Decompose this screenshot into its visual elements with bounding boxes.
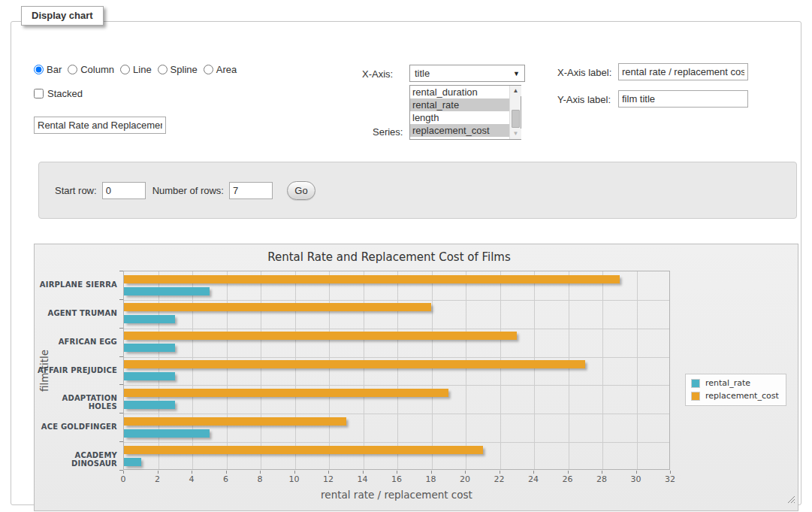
legend-swatch bbox=[691, 379, 700, 388]
gridline-horizontal bbox=[124, 300, 669, 301]
x-tick-mark bbox=[568, 471, 569, 474]
series-multiselect[interactable]: rental_durationrental_ratelengthreplacem… bbox=[409, 85, 521, 140]
bar-rental_rate bbox=[124, 372, 175, 380]
x-tick-label: 26 bbox=[555, 474, 581, 484]
list-option-length[interactable]: length bbox=[410, 111, 509, 124]
category-label: ADAPTATION HOLES bbox=[35, 394, 117, 411]
category-label: AFFAIR PREJUDICE bbox=[35, 366, 117, 374]
stacked-row: Stacked bbox=[34, 88, 83, 99]
x-tick-label: 6 bbox=[213, 474, 239, 484]
bar-rental_rate bbox=[124, 429, 210, 438]
radio-label: Column bbox=[80, 64, 114, 75]
x-tick-label: 8 bbox=[247, 474, 273, 484]
x-tick-mark bbox=[465, 471, 466, 474]
series-options: rental_durationrental_ratelengthreplacem… bbox=[410, 86, 509, 139]
x-tick-label: 14 bbox=[350, 474, 376, 484]
gridline-horizontal bbox=[124, 442, 669, 443]
x-axis-label-input[interactable] bbox=[618, 63, 748, 80]
chart-legend: rental_ratereplacement_cost bbox=[685, 374, 786, 406]
gridline-vertical bbox=[329, 271, 330, 469]
y-tick-mark bbox=[119, 271, 123, 271]
legend-item-rental_rate: rental_rate bbox=[691, 378, 779, 388]
x-tick-label: 32 bbox=[657, 474, 683, 484]
gridline-vertical bbox=[295, 271, 296, 469]
radio-label: Spline bbox=[171, 64, 198, 75]
y-tick-mark bbox=[119, 299, 123, 300]
x-tick-mark bbox=[226, 471, 227, 474]
bar-replacement_cost bbox=[124, 360, 585, 368]
x-tick-mark bbox=[602, 471, 602, 474]
fieldset-legend: Display chart bbox=[21, 6, 104, 26]
number-of-rows-label: Number of rows: bbox=[152, 185, 224, 196]
page: BarColumnLineSplineArea Stacked X-Axis: … bbox=[0, 0, 812, 512]
gridline-vertical bbox=[364, 271, 364, 469]
scrollbar-thumb[interactable] bbox=[512, 110, 520, 128]
go-button[interactable]: Go bbox=[287, 181, 315, 200]
bar-replacement_cost bbox=[124, 389, 448, 397]
scroll-down-icon[interactable]: ▼ bbox=[510, 129, 521, 139]
gridline-horizontal bbox=[124, 357, 669, 358]
x-tick-label: 4 bbox=[179, 474, 204, 484]
legend-label: rental_rate bbox=[705, 378, 750, 388]
gridline-vertical bbox=[637, 271, 638, 469]
radio-column[interactable] bbox=[68, 65, 77, 74]
gridline-vertical bbox=[227, 271, 228, 469]
x-tick-mark bbox=[192, 471, 192, 474]
bar-replacement_cost bbox=[124, 417, 346, 426]
y-axis-label-label: Y-Axis label: bbox=[557, 94, 611, 105]
gridline-vertical bbox=[397, 271, 398, 469]
x-tick-mark bbox=[158, 471, 158, 474]
radio-bar[interactable] bbox=[34, 65, 44, 74]
radio-option-column[interactable]: Column bbox=[68, 64, 114, 75]
x-axis-selected-value: title bbox=[415, 68, 513, 79]
gridline-vertical bbox=[602, 271, 603, 469]
radio-area[interactable] bbox=[204, 65, 213, 74]
legend-label: replacement_cost bbox=[705, 391, 779, 401]
y-tick-mark bbox=[119, 413, 123, 414]
y-tick-mark bbox=[119, 470, 123, 471]
chart-plot-area bbox=[123, 271, 670, 470]
y-axis-label-input[interactable] bbox=[618, 90, 748, 108]
radio-spline[interactable] bbox=[158, 65, 168, 74]
category-label: AGENT TRUMAN bbox=[35, 309, 117, 317]
chart-type-options: BarColumnLineSplineArea bbox=[34, 64, 241, 75]
bar-replacement_cost bbox=[124, 275, 620, 283]
scroll-up-icon[interactable]: ▲ bbox=[510, 86, 521, 96]
radio-option-line[interactable]: Line bbox=[120, 64, 152, 75]
chart-title-input[interactable] bbox=[34, 117, 166, 134]
stacked-label: Stacked bbox=[47, 88, 83, 99]
radio-line[interactable] bbox=[120, 65, 130, 74]
list-option-rental_rate[interactable]: rental_rate bbox=[410, 98, 509, 111]
gridline-vertical bbox=[500, 271, 501, 469]
bar-replacement_cost bbox=[124, 303, 431, 311]
bar-rental_rate bbox=[124, 315, 175, 323]
start-row-input[interactable] bbox=[102, 182, 146, 199]
x-tick-label: 0 bbox=[110, 474, 136, 484]
radio-option-area[interactable]: Area bbox=[204, 64, 237, 75]
x-axis-select[interactable]: title ▼ bbox=[409, 65, 525, 82]
x-tick-label: 20 bbox=[452, 474, 478, 484]
x-tick-mark bbox=[500, 471, 500, 474]
bar-rental_rate bbox=[124, 287, 210, 295]
stacked-checkbox[interactable] bbox=[34, 89, 44, 98]
x-tick-mark bbox=[363, 471, 364, 474]
bar-rental_rate bbox=[124, 458, 141, 466]
x-axis-label-label: X-Axis label: bbox=[557, 67, 611, 78]
category-label: AFRICAN EGG bbox=[35, 338, 117, 346]
resize-handle-icon[interactable] bbox=[786, 495, 795, 503]
x-tick-label: 12 bbox=[315, 474, 341, 484]
x-tick-mark bbox=[397, 471, 397, 474]
list-option-replacement_cost[interactable]: replacement_cost bbox=[410, 124, 509, 137]
list-option-rental_duration[interactable]: rental_duration bbox=[410, 86, 509, 98]
number-of-rows-input[interactable] bbox=[229, 182, 273, 199]
x-tick-label: 10 bbox=[282, 474, 307, 484]
gridline-horizontal bbox=[124, 414, 669, 414]
radio-option-bar[interactable]: Bar bbox=[34, 64, 62, 75]
x-tick-mark bbox=[670, 471, 671, 474]
chart-container: Rental Rate and Replacement Cost of Film… bbox=[34, 244, 798, 511]
series-scrollbar[interactable]: ▲ ▼ bbox=[509, 86, 521, 139]
radio-label: Area bbox=[216, 64, 237, 75]
gridline-horizontal bbox=[124, 329, 669, 329]
chevron-down-icon: ▼ bbox=[513, 70, 520, 77]
radio-option-spline[interactable]: Spline bbox=[158, 64, 198, 75]
